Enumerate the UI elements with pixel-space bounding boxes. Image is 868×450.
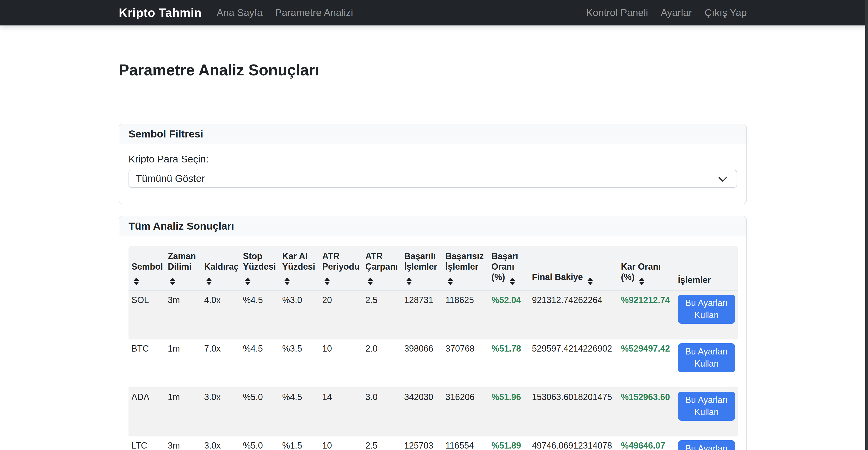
column-label: Kaldıraç bbox=[204, 262, 239, 272]
cell-basarisiz-islemler: 316206 bbox=[442, 388, 489, 436]
crypto-select-label: Kripto Para Seçin: bbox=[128, 153, 737, 165]
sort-icon[interactable] bbox=[206, 278, 212, 285]
sort-icon[interactable] bbox=[368, 278, 373, 285]
cell-kar-orani: %152963.60 bbox=[618, 388, 675, 436]
cell-kar-orani: %529497.42 bbox=[618, 339, 675, 388]
cell-basarili-islemler: 342030 bbox=[401, 388, 442, 436]
cell-atr-periyodu: 10 bbox=[319, 436, 363, 450]
nav-link-ayarlar[interactable]: Ayarlar bbox=[661, 7, 692, 19]
column-label: İşlemler bbox=[678, 275, 711, 285]
column-header-basarisiz-islemler[interactable]: Başarısız İşlemler bbox=[442, 246, 489, 291]
nav-link-cikis-yap[interactable]: Çıkış Yap bbox=[705, 7, 747, 19]
use-settings-button[interactable]: Bu Ayarları Kullan bbox=[678, 392, 735, 420]
column-label: Başarısız İşlemler bbox=[445, 251, 484, 272]
column-header-kaldirac[interactable]: Kaldıraç bbox=[201, 246, 240, 291]
sort-icon[interactable] bbox=[245, 278, 250, 285]
cell-basarili-islemler: 125703 bbox=[401, 436, 442, 450]
column-header-atr-carpani[interactable]: ATR Çarpanı bbox=[363, 246, 401, 291]
cell-sembol: BTC bbox=[128, 339, 165, 388]
sort-icon[interactable] bbox=[170, 278, 175, 285]
cell-zaman-dilimi: 3m bbox=[165, 436, 201, 450]
cell-atr-periyodu: 14 bbox=[319, 388, 363, 436]
cell-kaldirac: 7.0x bbox=[201, 339, 240, 388]
cell-final-bakiye: 49746.06912314078 bbox=[529, 436, 618, 450]
nav-link-kontrol-paneli[interactable]: Kontrol Paneli bbox=[586, 7, 648, 19]
cell-basarisiz-islemler: 370768 bbox=[442, 339, 489, 388]
sort-icon[interactable] bbox=[324, 278, 330, 285]
cell-basarisiz-islemler: 116554 bbox=[442, 436, 489, 450]
cell-islemler: Bu Ayarları Kullan bbox=[675, 436, 738, 450]
nav-link-ana-sayfa[interactable]: Ana Sayfa bbox=[217, 7, 262, 19]
column-label: Başarı Oranı (%) bbox=[492, 251, 518, 282]
cell-atr-carpani: 2.5 bbox=[363, 291, 401, 339]
crypto-select[interactable]: Tümünü Göster bbox=[128, 170, 737, 188]
results-card: Tüm Analiz Sonuçları Sembol Zaman Dilimi… bbox=[119, 216, 747, 450]
sort-icon[interactable] bbox=[510, 278, 515, 285]
column-label: Zaman Dilimi bbox=[168, 251, 196, 272]
sort-icon[interactable] bbox=[284, 278, 290, 285]
column-header-zaman-dilimi[interactable]: Zaman Dilimi bbox=[165, 246, 201, 291]
cell-kar-orani: %921212.74 bbox=[618, 291, 675, 339]
cell-kaldirac: 3.0x bbox=[201, 436, 240, 450]
cell-stop-yuzdesi: %5.0 bbox=[240, 388, 279, 436]
cell-stop-yuzdesi: %4.5 bbox=[240, 291, 279, 339]
table-row-ada: ADA1m3.0x%5.0%4.5143.0342030316206%51.96… bbox=[128, 388, 738, 436]
cell-atr-carpani: 2.5 bbox=[363, 436, 401, 450]
sort-icon[interactable] bbox=[406, 278, 412, 285]
navbar-left-links: Ana Sayfa Parametre Analizi bbox=[217, 7, 353, 19]
cell-atr-carpani: 3.0 bbox=[363, 388, 401, 436]
column-header-islemler: İşlemler bbox=[675, 246, 738, 291]
cell-basarisiz-islemler: 118625 bbox=[442, 291, 489, 339]
results-table-header-row: Sembol Zaman Dilimi Kaldıraç Stop Yüzdes… bbox=[128, 246, 738, 291]
cell-final-bakiye: 921312.74262264 bbox=[529, 291, 618, 339]
cell-sembol: LTC bbox=[128, 436, 165, 450]
cell-basarili-islemler: 128731 bbox=[401, 291, 442, 339]
sort-icon[interactable] bbox=[639, 278, 645, 285]
main-container: Parametre Analiz Sonuçları Sembol Filtre… bbox=[119, 61, 747, 450]
column-header-stop-yuzdesi[interactable]: Stop Yüzdesi bbox=[240, 246, 279, 291]
brand-link[interactable]: Kripto Tahmin bbox=[119, 6, 202, 20]
symbol-filter-card: Sembol Filtresi Kripto Para Seçin: Tümün… bbox=[119, 124, 747, 204]
chevron-down-icon bbox=[718, 173, 727, 182]
column-label: Kar Al Yüzdesi bbox=[282, 251, 315, 272]
cell-atr-periyodu: 10 bbox=[319, 339, 363, 388]
cell-kar-orani: %49646.07 bbox=[618, 436, 675, 450]
column-header-final-bakiye[interactable]: Final Bakiye bbox=[529, 246, 618, 291]
cell-sembol: ADA bbox=[128, 388, 165, 436]
column-label: Başarılı İşlemler bbox=[404, 251, 437, 272]
sort-icon[interactable] bbox=[587, 278, 593, 285]
table-row-sol: SOL3m4.0x%4.5%3.0202.5128731118625%52.04… bbox=[128, 291, 738, 339]
symbol-filter-card-body: Kripto Para Seçin: Tümünü Göster bbox=[119, 144, 746, 204]
column-header-basarili-islemler[interactable]: Başarılı İşlemler bbox=[401, 246, 442, 291]
crypto-select-value: Tümünü Göster bbox=[136, 173, 205, 184]
cell-basari-orani: %51.78 bbox=[489, 339, 529, 388]
cell-atr-carpani: 2.0 bbox=[363, 339, 401, 388]
cell-basarili-islemler: 398066 bbox=[401, 339, 442, 388]
cell-basari-orani: %52.04 bbox=[489, 291, 529, 339]
navbar-container: Kripto Tahmin Ana Sayfa Parametre Analiz… bbox=[119, 0, 747, 26]
cell-kar-al-yuzdesi: %3.0 bbox=[279, 291, 319, 339]
column-header-kar-al-yuzdesi[interactable]: Kar Al Yüzdesi bbox=[279, 246, 319, 291]
cell-kar-al-yuzdesi: %3.5 bbox=[279, 339, 319, 388]
cell-islemler: Bu Ayarları Kullan bbox=[675, 388, 738, 436]
vertical-scrollbar[interactable] bbox=[865, 0, 868, 450]
use-settings-button[interactable]: Bu Ayarları Kullan bbox=[678, 440, 735, 450]
column-header-basari-orani[interactable]: Başarı Oranı (%) bbox=[489, 246, 529, 291]
sort-icon[interactable] bbox=[133, 278, 139, 285]
column-label: Sembol bbox=[131, 262, 163, 272]
column-header-sembol[interactable]: Sembol bbox=[128, 246, 165, 291]
cell-kaldirac: 3.0x bbox=[201, 388, 240, 436]
column-label: ATR Periyodu bbox=[322, 251, 360, 272]
nav-link-parametre-analizi[interactable]: Parametre Analizi bbox=[275, 7, 353, 19]
column-label: Stop Yüzdesi bbox=[243, 251, 276, 272]
results-table: Sembol Zaman Dilimi Kaldıraç Stop Yüzdes… bbox=[128, 246, 738, 450]
use-settings-button[interactable]: Bu Ayarları Kullan bbox=[678, 343, 735, 372]
results-card-title: Tüm Analiz Sonuçları bbox=[119, 216, 746, 236]
cell-zaman-dilimi: 3m bbox=[165, 291, 201, 339]
cell-stop-yuzdesi: %4.5 bbox=[240, 339, 279, 388]
cell-stop-yuzdesi: %5.0 bbox=[240, 436, 279, 450]
column-header-atr-periyodu[interactable]: ATR Periyodu bbox=[319, 246, 363, 291]
column-header-kar-orani[interactable]: Kar Oranı (%) bbox=[618, 246, 675, 291]
use-settings-button[interactable]: Bu Ayarları Kullan bbox=[678, 295, 735, 324]
sort-icon[interactable] bbox=[447, 278, 453, 285]
